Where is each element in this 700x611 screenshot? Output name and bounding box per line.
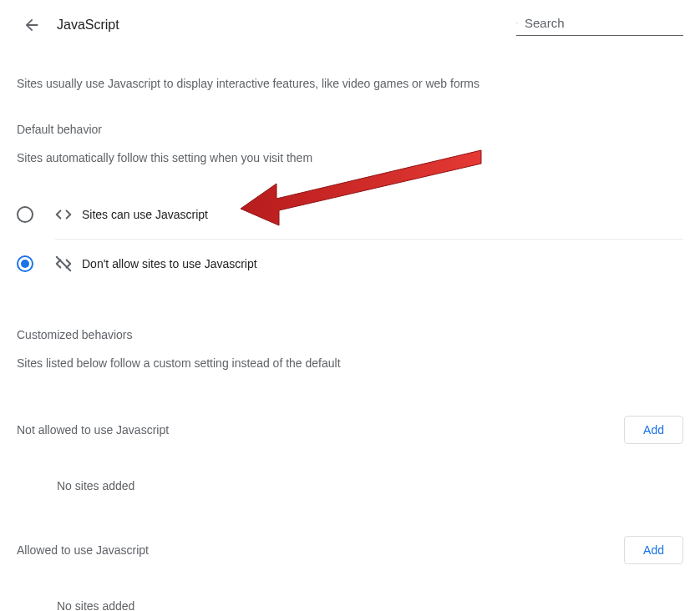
option-allow-label: Sites can use Javascript xyxy=(82,208,208,221)
add-allowed-button[interactable]: Add xyxy=(624,536,683,564)
default-behavior-title: Default behavior xyxy=(17,123,683,136)
radio-unselected-icon xyxy=(17,206,33,223)
arrow-left-icon xyxy=(23,16,41,34)
not-allowed-empty: No sites added xyxy=(17,454,683,492)
search-input[interactable] xyxy=(525,16,683,30)
intro-text: Sites usually use Javascript to display … xyxy=(17,75,683,93)
allowed-title: Allowed to use Javascript xyxy=(17,543,149,557)
option-block-js[interactable]: Don't allow sites to use Javascript xyxy=(17,240,683,288)
not-allowed-section: Not allowed to use Javascript Add No sit… xyxy=(17,406,683,492)
search-box[interactable] xyxy=(516,15,683,36)
customized-subtitle: Sites listed below follow a custom setti… xyxy=(17,355,683,372)
code-icon xyxy=(53,205,74,224)
add-not-allowed-button[interactable]: Add xyxy=(624,416,683,444)
search-icon xyxy=(516,15,518,32)
page-title: JavaScript xyxy=(57,18,119,33)
default-behavior-subtitle: Sites automatically follow this setting … xyxy=(17,149,683,167)
option-block-label: Don't allow sites to use Javascript xyxy=(82,257,257,270)
radio-selected-icon xyxy=(17,255,33,272)
customized-title: Customized behaviors xyxy=(17,328,683,341)
code-off-icon xyxy=(53,255,74,273)
default-behavior-options: Sites can use Javascript Don't allow sit… xyxy=(17,190,683,288)
svg-line-0 xyxy=(57,257,71,271)
back-button[interactable] xyxy=(17,10,47,40)
allowed-empty: No sites added xyxy=(17,574,683,611)
allowed-section: Allowed to use Javascript Add No sites a… xyxy=(17,526,683,611)
option-allow-js[interactable]: Sites can use Javascript xyxy=(17,190,683,239)
not-allowed-title: Not allowed to use Javascript xyxy=(17,423,169,437)
